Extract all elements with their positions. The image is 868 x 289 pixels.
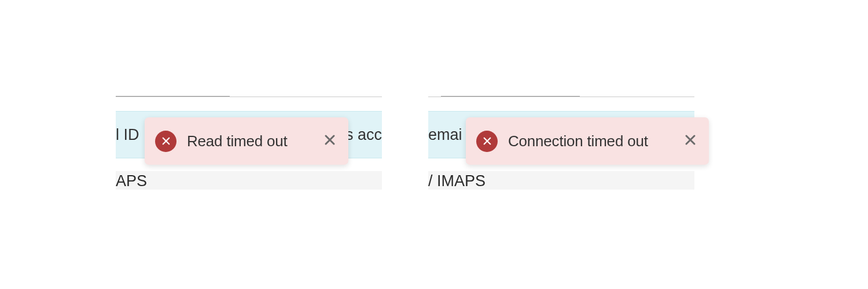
error-icon xyxy=(155,131,176,152)
plain-row-text: / IMAPS xyxy=(428,172,486,190)
error-toast: Connection timed out xyxy=(466,117,709,165)
close-icon xyxy=(683,133,697,149)
divider-row xyxy=(116,92,382,97)
plain-row: APS xyxy=(116,171,382,190)
divider-segment xyxy=(116,94,230,97)
background-text-right: s acc xyxy=(345,126,382,144)
error-toast: Read timed out xyxy=(145,117,348,165)
divider-segment xyxy=(441,94,580,97)
background-text-left: emai xyxy=(428,126,462,144)
background-text-left: l ID xyxy=(116,126,139,144)
toast-message: Connection timed out xyxy=(508,132,672,150)
toast-message: Read timed out xyxy=(187,132,311,150)
error-icon xyxy=(476,131,498,152)
plain-row: / IMAPS xyxy=(428,171,694,190)
divider-row xyxy=(428,92,694,97)
close-button[interactable] xyxy=(682,133,698,149)
plain-row-text: APS xyxy=(116,172,147,190)
close-icon xyxy=(323,133,337,149)
close-button[interactable] xyxy=(322,133,338,149)
